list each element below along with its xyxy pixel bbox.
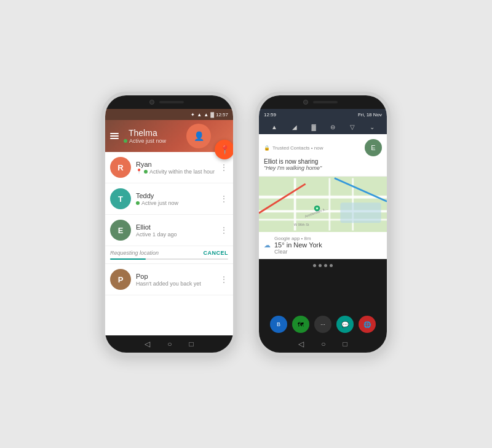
- contact-info-elliot: Elliot Active 1 day ago: [136, 223, 220, 238]
- recents-button-2[interactable]: □: [343, 340, 347, 348]
- requesting-label: Requesting location: [110, 250, 159, 256]
- header-avatar: 👤: [186, 124, 211, 148]
- contact-status-ryan: 📍 Activity within the last hour: [136, 169, 220, 175]
- status-dot-ryan: [144, 170, 148, 174]
- bluetooth-icon: ✦: [191, 112, 195, 118]
- page-indicator: [313, 264, 333, 267]
- app-icon-apps[interactable]: ⋯: [314, 316, 331, 333]
- wifi-icon: ▲: [197, 112, 202, 118]
- status-bar-1: ✦ ▲ ▲ ▓ 12:57: [105, 109, 233, 120]
- date-display-2: Fri, 18 Nov: [358, 112, 382, 118]
- battery-notif-icon: ▓: [311, 124, 315, 130]
- requesting-location-bar: Requesting location CANCEL: [105, 246, 233, 264]
- contact-status-elliot: Active 1 day ago: [136, 231, 220, 238]
- notif-body: "Hey I'm walking home": [264, 165, 382, 171]
- more-menu-ryan[interactable]: ⋮: [220, 162, 228, 172]
- notif-header: 🔒 Trusted Contacts • now E: [264, 139, 382, 156]
- location-icon: 📍: [220, 145, 230, 154]
- more-menu-teddy[interactable]: ⋮: [220, 194, 228, 204]
- speaker-1: [159, 101, 184, 103]
- camera-1: [149, 100, 154, 105]
- status-bar-2: 12:59 Fri, 18 Nov: [259, 109, 387, 120]
- header-name: Thelma: [129, 128, 166, 138]
- weather-desc: Clear: [274, 249, 322, 255]
- home-screen: B 🗺 ⋯ 💬 🌐: [259, 259, 387, 335]
- progress-fill: [110, 258, 146, 260]
- app-icon-1[interactable]: B: [270, 316, 287, 333]
- back-button-1[interactable]: ◁: [145, 340, 150, 348]
- contact-name-elliot: Elliot: [136, 223, 220, 231]
- speaker-2: [313, 101, 338, 103]
- phone-top-bezel-1: [105, 95, 233, 109]
- contact-status-teddy: Active just now: [136, 200, 220, 206]
- avatar-elliot: E: [110, 220, 131, 241]
- weather-card: ☁ Google app • 8m 15° in New York Clear: [259, 232, 387, 259]
- phone-2: 12:59 Fri, 18 Nov ▲ ◢ ▓ ⊖ ▽ ⌄ 🔒 Trusted …: [255, 92, 391, 356]
- notif-source: Trusted Contacts • now: [272, 145, 323, 151]
- svg-text:W 96th St: W 96th St: [294, 223, 309, 226]
- svg-rect-11: [340, 202, 381, 223]
- contact-item-ryan[interactable]: R Ryan 📍 Activity within the last hour ⋮: [105, 152, 233, 183]
- app-icon-messages[interactable]: 💬: [336, 316, 354, 333]
- dot-2: [319, 264, 322, 267]
- phone-top-bezel-2: [259, 95, 387, 109]
- minus-icon: ⊖: [330, 124, 335, 130]
- contact-info-teddy: Teddy Active just now: [136, 192, 220, 206]
- avatar-ryan: R: [110, 157, 131, 178]
- weather-temp: 15° in New York: [274, 241, 322, 249]
- cloud-icon: ☁: [264, 241, 271, 249]
- contact-info-ryan: Ryan 📍 Activity within the last hour: [136, 161, 220, 175]
- svg-point-14: [316, 207, 318, 209]
- more-menu-elliot[interactable]: ⋮: [220, 225, 228, 235]
- map-view: Amsterdam A... W 96th St: [259, 177, 387, 232]
- recents-button-1[interactable]: □: [189, 340, 194, 348]
- status-dot-teddy: [136, 201, 140, 205]
- contact-list: R Ryan 📍 Activity within the last hour ⋮…: [105, 152, 233, 335]
- requesting-progress-bar: [110, 258, 228, 260]
- contact-info-pop: Pop Hasn't added you back yet: [136, 273, 220, 287]
- camera-2: [303, 100, 308, 105]
- dot-1: [313, 264, 316, 267]
- signal-notif-icon: ◢: [292, 124, 297, 130]
- chevron-down-icon: ⌄: [370, 124, 375, 130]
- header-status: Active just now: [124, 138, 166, 144]
- dock-icons: B 🗺 ⋯ 💬 🌐: [270, 316, 376, 333]
- signal-icon: ▲: [204, 112, 208, 118]
- notif-title: Elliot is now sharing: [264, 158, 382, 165]
- back-button-2[interactable]: ◁: [298, 340, 304, 348]
- contact-name-teddy: Teddy: [136, 192, 220, 199]
- contact-item-pop[interactable]: P Pop Hasn't added you back yet ⋮: [105, 264, 233, 295]
- app-header-1: Thelma Active just now 👤 📍: [105, 120, 233, 152]
- home-button-2[interactable]: ○: [321, 340, 325, 348]
- cancel-button[interactable]: CANCEL: [204, 250, 229, 256]
- contact-item-elliot[interactable]: E Elliot Active 1 day ago ⋮: [105, 215, 233, 246]
- menu-icon[interactable]: [110, 133, 119, 139]
- dot-3: [324, 264, 327, 267]
- time-display: 12:57: [216, 112, 228, 118]
- notification-card[interactable]: 🔒 Trusted Contacts • now E Elliot is now…: [259, 134, 387, 177]
- location-fab[interactable]: 📍: [215, 140, 233, 159]
- phone-1: ✦ ▲ ▲ ▓ 12:57 Thelma Active just now 👤 📍: [101, 92, 237, 356]
- avatar-teddy: T: [110, 188, 131, 209]
- notif-avatar: E: [365, 139, 382, 156]
- more-menu-pop[interactable]: ⋮: [220, 274, 228, 284]
- avatar-pop: P: [110, 269, 131, 290]
- lock-icon: 🔒: [264, 145, 270, 151]
- wifi-notif-icon: ▲: [271, 124, 277, 130]
- phone-screen-1: ✦ ▲ ▲ ▓ 12:57 Thelma Active just now 👤 📍: [105, 109, 233, 335]
- app-icon-chrome[interactable]: 🌐: [359, 316, 376, 333]
- dot-4: [330, 264, 333, 267]
- app-icon-maps[interactable]: 🗺: [292, 316, 309, 333]
- contact-name-ryan: Ryan: [136, 161, 220, 168]
- contact-status-pop: Hasn't added you back yet: [136, 281, 220, 287]
- map-svg: Amsterdam A... W 96th St: [259, 177, 387, 232]
- phone-screen-2: 12:59 Fri, 18 Nov ▲ ◢ ▓ ⊖ ▽ ⌄ 🔒 Trusted …: [259, 109, 387, 335]
- home-button-1[interactable]: ○: [167, 340, 172, 348]
- active-indicator: [124, 139, 127, 143]
- contact-item-teddy[interactable]: T Teddy Active just now ⋮: [105, 183, 233, 215]
- battery-icon: ▓: [210, 112, 214, 118]
- nav-bar-1: ◁ ○ □: [105, 335, 233, 353]
- weather-source: Google app • 8m: [274, 236, 322, 241]
- funnel-icon: ▽: [350, 124, 355, 130]
- time-display-2: 12:59: [264, 112, 276, 118]
